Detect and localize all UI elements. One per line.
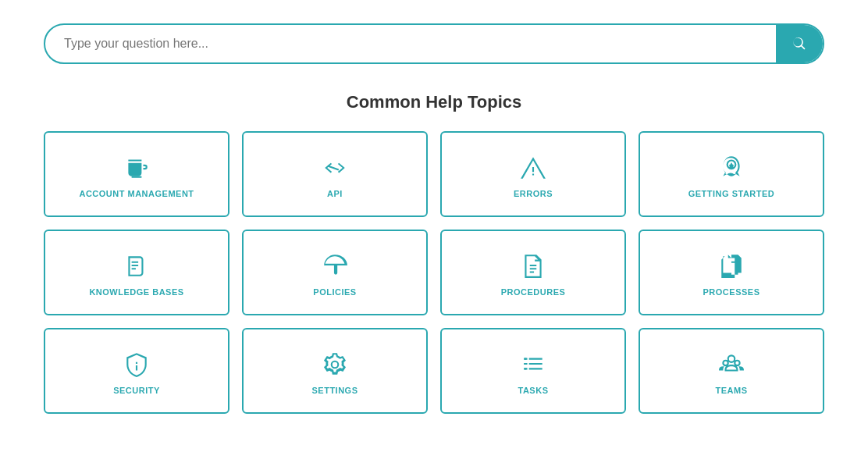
- topic-card-teams[interactable]: TEAMS: [639, 328, 824, 414]
- topic-label-api: API: [327, 189, 343, 198]
- topic-card-getting-started[interactable]: GETTING STARTED: [639, 131, 824, 217]
- topic-card-errors[interactable]: ERRORS: [440, 131, 626, 217]
- topic-card-processes[interactable]: PROCESSES: [639, 230, 824, 315]
- topic-card-api[interactable]: API: [242, 131, 428, 217]
- topic-label-procedures: PROCEDURES: [501, 287, 566, 297]
- svg-rect-2: [524, 358, 526, 360]
- code-icon: [322, 155, 348, 181]
- topic-card-settings[interactable]: SETTINGS: [242, 328, 428, 414]
- umbrella-icon: [322, 253, 348, 280]
- people-icon: [718, 351, 745, 378]
- topic-card-security[interactable]: SECURITY: [44, 328, 229, 414]
- list-icon: [520, 351, 546, 378]
- svg-rect-3: [524, 363, 526, 365]
- svg-rect-4: [524, 368, 526, 369]
- topic-label-settings: SETTINGS: [311, 386, 358, 395]
- search-icon: [792, 36, 807, 52]
- topic-label-teams: TEAMS: [716, 386, 748, 395]
- topic-card-tasks[interactable]: TASKS: [440, 328, 626, 414]
- search-input[interactable]: [45, 26, 776, 62]
- shield-icon: [123, 351, 150, 378]
- topic-card-procedures[interactable]: PROCEDURES: [440, 230, 626, 315]
- warning-icon: [520, 155, 546, 181]
- section-title: Common Help Topics: [44, 92, 824, 112]
- topic-label-getting-started: GETTING STARTED: [688, 189, 775, 198]
- topic-card-policies[interactable]: POLICIES: [242, 230, 428, 315]
- gear-icon: [322, 351, 348, 378]
- topic-card-knowledge-bases[interactable]: KNOWLEDGE BASES: [44, 230, 229, 315]
- search-button[interactable]: [776, 25, 823, 62]
- document-icon: [520, 253, 546, 280]
- topic-label-account-management: ACCOUNT MANAGEMENT: [79, 189, 194, 198]
- search-bar: [44, 23, 824, 64]
- topic-label-errors: ERRORS: [514, 189, 553, 198]
- topics-grid: ACCOUNT MANAGEMENT API ERRORS GETTING ST…: [44, 131, 824, 414]
- copy-icon: [718, 253, 745, 280]
- topic-label-tasks: TASKS: [518, 386, 549, 395]
- book-icon: [123, 253, 150, 280]
- page-container: Common Help Topics ACCOUNT MANAGEMENT AP…: [44, 23, 824, 414]
- topic-label-policies: POLICIES: [313, 287, 356, 297]
- topic-card-account-management[interactable]: ACCOUNT MANAGEMENT: [44, 131, 229, 217]
- topic-label-knowledge-bases: KNOWLEDGE BASES: [89, 287, 183, 297]
- rocket-icon: [718, 155, 745, 181]
- topic-label-processes: PROCESSES: [703, 287, 760, 297]
- coffee-icon: [123, 155, 150, 181]
- topic-label-security: SECURITY: [113, 386, 160, 395]
- svg-rect-0: [132, 176, 142, 178]
